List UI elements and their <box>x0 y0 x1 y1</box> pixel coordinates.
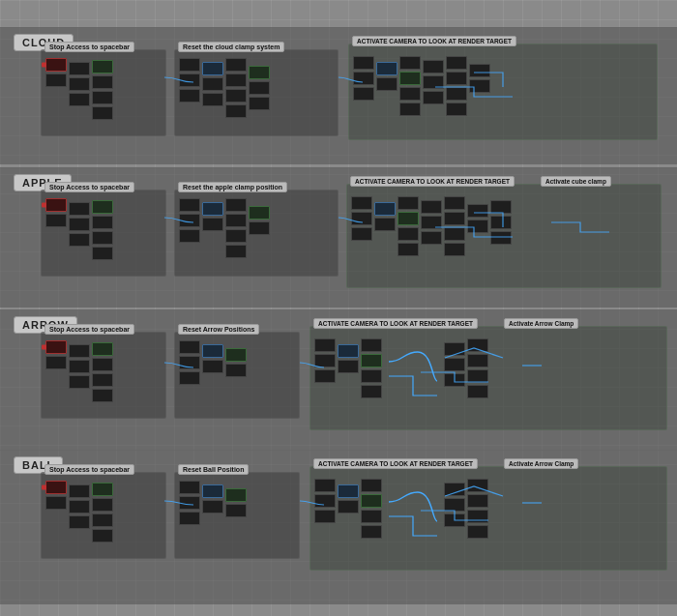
cloud-section: CLOUD Stop Access to spacebar <box>0 27 677 164</box>
cloud-group-1-label: Stop Access to spacebar <box>44 42 134 52</box>
arrow-group-3-label: ACTIVATE CAMERA TO LOOK AT RENDER TARGET <box>313 318 478 329</box>
apple-group-2: Reset the apple clamp position <box>174 190 338 277</box>
apple-cube-clamp-label: Activate cube clamp <box>541 176 611 187</box>
ball-group-1-label: Stop Access to spacebar <box>44 464 134 475</box>
arrow-section: ARROW Stop Access to spacebar <box>0 309 677 450</box>
cloud-group-3: ACTIVATE CAMERA TO LOOK AT RENDER TARGET <box>348 44 658 140</box>
arrow-group-2: Reset Arrow Positions <box>174 332 300 419</box>
apple-group-1-label: Stop Access to spacebar <box>44 182 134 192</box>
apple-group-3-label: ACTIVATE CAMERA TO LOOK AT RENDER TARGET <box>350 176 515 187</box>
arrow-group-1-label: Stop Access to spacebar <box>44 324 134 335</box>
ball-group-1: Stop Access to spacebar <box>41 472 166 559</box>
apple-group-1: Stop Access to spacebar <box>41 190 166 277</box>
ball-clamp-label: Activate Arrow Clamp <box>504 458 578 469</box>
apple-group-2-label: Reset the apple clamp position <box>178 182 287 192</box>
cloud-group-2-label: Reset the cloud clamp system <box>178 42 284 52</box>
apple-group-3: ACTIVATE CAMERA TO LOOK AT RENDER TARGET… <box>346 184 662 288</box>
ball-group-3-label: ACTIVATE CAMERA TO LOOK AT RENDER TARGET <box>313 458 478 469</box>
arrow-clamp-label: Activate Arrow Clamp <box>504 318 578 329</box>
arrow-group-3: ACTIVATE CAMERA TO LOOK AT RENDER TARGET… <box>309 326 667 430</box>
cloud-group-3-label: ACTIVATE CAMERA TO LOOK AT RENDER TARGET <box>352 36 516 46</box>
cloud-group-1: Stop Access to spacebar <box>41 49 166 136</box>
ball-group-2-label: Reset Ball Position <box>178 464 249 475</box>
ball-group-3: ACTIVATE CAMERA TO LOOK AT RENDER TARGET… <box>309 466 667 571</box>
arrow-group-1: Stop Access to spacebar <box>41 332 166 419</box>
ball-group-2: Reset Ball Position <box>174 472 300 559</box>
arrow-group-2-label: Reset Arrow Positions <box>178 324 259 335</box>
ball-section: BALL Stop Access to spacebar <box>0 450 677 604</box>
cloud-group-2: Reset the cloud clamp system <box>174 49 338 136</box>
apple-section: APPLE Stop Access to spacebar <box>0 167 677 308</box>
